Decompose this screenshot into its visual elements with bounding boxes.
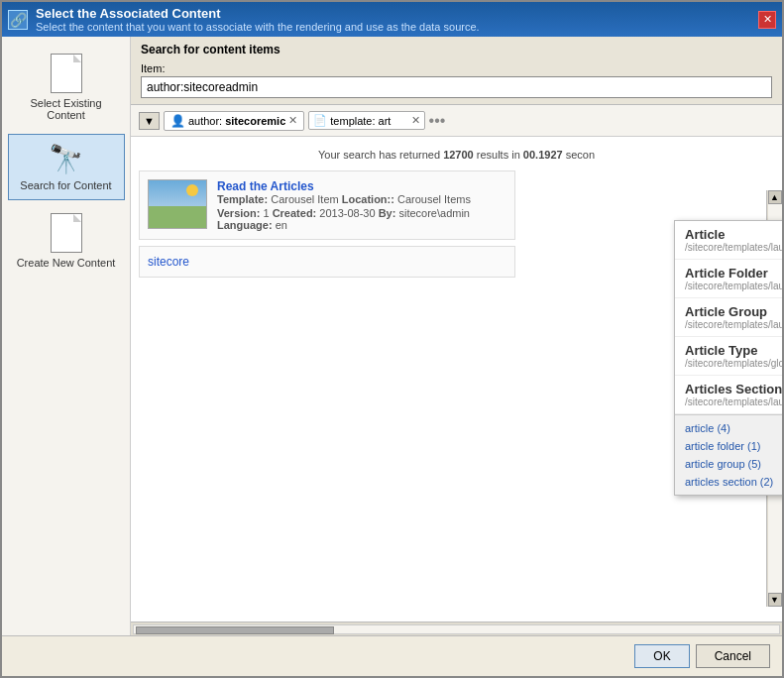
sidebar-item-create-new[interactable]: Create New Content bbox=[8, 204, 125, 278]
result-meta-template: Template: Carousel Item Location:: Carou… bbox=[217, 193, 506, 205]
dropdown-item-path-article-folder: /sitecore/templates/launch si bbox=[685, 281, 782, 291]
dropdown-item-article-type[interactable]: Article Type /sitecore/templates/global/… bbox=[675, 337, 782, 376]
result-thumbnail bbox=[148, 179, 207, 229]
author-label: author: bbox=[188, 115, 222, 127]
dropdown-item-article-group[interactable]: Article Group /sitecore/templates/launch… bbox=[675, 298, 782, 337]
results-time: 00.1927 bbox=[523, 149, 563, 161]
result-meta-version: Version: 1 Created: 2013-08-30 By: sitec… bbox=[217, 207, 506, 231]
close-button[interactable]: ✕ bbox=[758, 11, 776, 29]
template-dropdown: Article /sitecore/templates/launch sitec… bbox=[674, 220, 782, 496]
content-area: Select Existing Content 🔭 Search for Con… bbox=[2, 37, 782, 635]
window-title: Select the Associated Content bbox=[36, 6, 750, 21]
summary-mid: results in bbox=[474, 149, 523, 161]
filter-bar: ▼ 👤 author: sitecoremic ✕ 📄 template: ✕ … bbox=[131, 105, 782, 137]
scrollbar-track bbox=[133, 624, 780, 634]
sidebar-item-label-select: Select Existing Content bbox=[13, 97, 120, 121]
dropdown-item-article-folder[interactable]: Article Folder /sitecore/templates/launc… bbox=[675, 260, 782, 298]
dropdown-footer-article[interactable]: article (4) bbox=[675, 419, 782, 437]
search-header: Search for content items Item: bbox=[131, 37, 782, 105]
thumb-sun bbox=[186, 184, 198, 196]
template-filter-tag: 📄 template: ✕ bbox=[308, 111, 424, 130]
dropdown-footer-article-group[interactable]: article group (5) bbox=[675, 455, 782, 473]
template-input[interactable] bbox=[379, 115, 408, 127]
author-icon: 👤 bbox=[170, 114, 185, 128]
sidebar-item-label-search: Search for Content bbox=[20, 179, 111, 191]
sidebar-item-select-existing[interactable]: Select Existing Content bbox=[8, 45, 125, 130]
results-count: 12700 bbox=[443, 149, 474, 161]
template-tag-close[interactable]: ✕ bbox=[411, 114, 420, 127]
dropdown-item-title-article-group: Article Group bbox=[685, 304, 782, 319]
result-info: Read the Articles Template: Carousel Ite… bbox=[217, 179, 506, 231]
result-title-link[interactable]: Read the Articles bbox=[217, 179, 314, 193]
dropdown-item-title-article: Article bbox=[685, 227, 782, 242]
main-window: 🔗 Select the Associated Content Select t… bbox=[0, 0, 784, 678]
dropdown-item-path-articles-section: /sitecore/templates/launch si bbox=[685, 396, 782, 407]
binoculars-icon: 🔭 bbox=[49, 143, 83, 175]
window-subtitle: Select the content that you want to asso… bbox=[36, 21, 750, 33]
search-input[interactable] bbox=[141, 76, 772, 98]
dropdown-item-path-article: /sitecore/templates/launch sitecore/a bbox=[685, 242, 782, 253]
scroll-up-arrow[interactable]: ▲ bbox=[768, 190, 782, 204]
window-icon: 🔗 bbox=[8, 10, 28, 30]
dropdown-item-article[interactable]: Article /sitecore/templates/launch sitec… bbox=[675, 221, 782, 260]
sidebar-item-search-content[interactable]: 🔭 Search for Content bbox=[8, 134, 125, 200]
template-label: template: bbox=[330, 115, 375, 127]
summary-pre: Your search has returned bbox=[318, 149, 443, 161]
dropdown-footer: article (4) article folder (1) article g… bbox=[675, 414, 782, 495]
dropdown-footer-articles-section[interactable]: articles section (2) bbox=[675, 473, 782, 491]
more-options-dots: ••• bbox=[429, 112, 446, 130]
filter-dropdown-button[interactable]: ▼ bbox=[139, 112, 160, 130]
sidebar: Select Existing Content 🔭 Search for Con… bbox=[2, 37, 131, 635]
create-new-icon bbox=[51, 213, 82, 253]
dropdown-item-title-article-type: Article Type bbox=[685, 343, 782, 358]
ok-button[interactable]: OK bbox=[634, 644, 689, 668]
thumb-ground bbox=[149, 206, 206, 228]
sitecore-link[interactable]: sitecore bbox=[148, 255, 189, 269]
scrollbar-thumb[interactable] bbox=[136, 626, 334, 634]
dropdown-footer-article-folder[interactable]: article folder (1) bbox=[675, 437, 782, 455]
select-existing-icon bbox=[51, 54, 82, 93]
summary-post: secon bbox=[563, 149, 595, 161]
dropdown-item-title-article-folder: Article Folder bbox=[685, 266, 782, 281]
template-doc-icon: 📄 bbox=[313, 114, 327, 127]
sidebar-item-label-create: Create New Content bbox=[17, 257, 116, 269]
dropdown-item-path-article-type: /sitecore/templates/global/se bbox=[685, 358, 782, 369]
title-bar: 🔗 Select the Associated Content Select t… bbox=[2, 2, 782, 37]
result-item-2: sitecore bbox=[139, 246, 515, 278]
bottom-bar: OK Cancel bbox=[2, 635, 782, 676]
dropdown-item-path-article-group: /sitecore/templates/launch si bbox=[685, 319, 782, 330]
main-panel: Search for content items Item: ▼ 👤 autho… bbox=[131, 37, 782, 635]
item-label: Item: bbox=[141, 62, 772, 74]
author-value: sitecoremic bbox=[225, 115, 285, 127]
cancel-button[interactable]: Cancel bbox=[696, 644, 770, 668]
results-summary: Your search has returned 12700 results i… bbox=[139, 149, 774, 161]
horizontal-scrollbar[interactable] bbox=[131, 622, 782, 635]
dropdown-item-articles-section[interactable]: Articles Section /sitecore/templates/lau… bbox=[675, 376, 782, 414]
scroll-down-arrow[interactable]: ▼ bbox=[768, 593, 782, 607]
author-filter-tag: 👤 author: sitecoremic ✕ bbox=[164, 111, 304, 131]
author-tag-close[interactable]: ✕ bbox=[288, 114, 297, 127]
dropdown-item-title-articles-section: Articles Section bbox=[685, 382, 782, 396]
result-item: Read the Articles Template: Carousel Ite… bbox=[139, 170, 515, 240]
search-panel-title: Search for content items bbox=[141, 43, 772, 56]
